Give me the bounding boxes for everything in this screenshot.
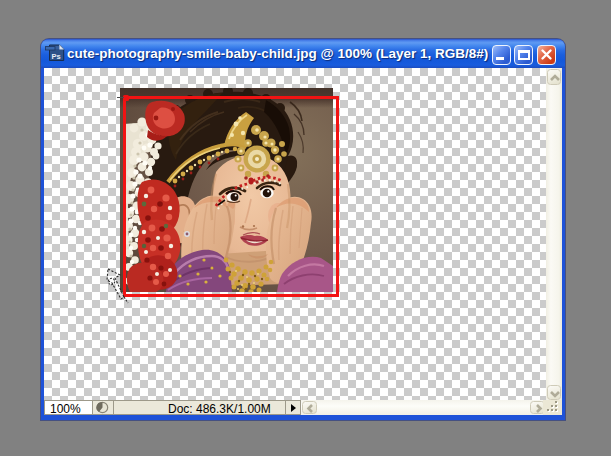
svg-text:Ps: Ps — [52, 52, 61, 61]
